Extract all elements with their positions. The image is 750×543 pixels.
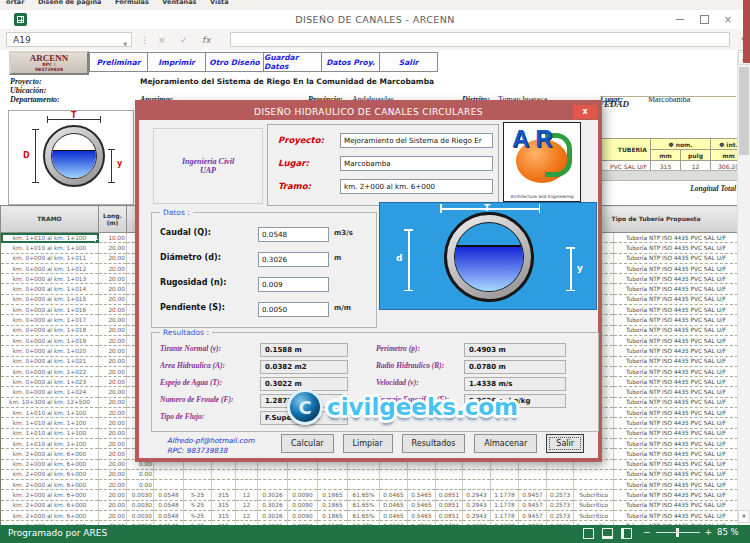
cell-tipo-tuberia[interactable]: Tubería NTP ISO 4435 PVC SAL U/F bbox=[614, 346, 739, 356]
cell-long[interactable]: 20.00 bbox=[99, 243, 127, 253]
cell-tipo-tuberia[interactable]: Tubería NTP ISO 4435 PVC SAL U/F bbox=[614, 356, 739, 366]
cell-tipo-tuberia[interactable]: Tubería NTP ISO 4435 PVC SAL U/F bbox=[614, 233, 739, 243]
cell-tipo-tuberia[interactable]: Tubería NTP ISO 4435 PVC SAL U/F bbox=[614, 418, 739, 428]
cell-value[interactable] bbox=[154, 480, 184, 490]
cell-value[interactable] bbox=[212, 480, 236, 490]
page-layout-view-icon[interactable] bbox=[602, 528, 613, 539]
cell-value[interactable]: 0.2943 bbox=[463, 511, 491, 521]
datos-input[interactable]: 0.0548 bbox=[258, 227, 329, 242]
cell-value[interactable]: 0.0090 bbox=[288, 511, 318, 521]
cell-tramo[interactable]: km. 1+010 al km. 1+100 bbox=[1, 233, 99, 243]
cell-long[interactable]: 20.00 bbox=[99, 325, 127, 335]
cell-tramo[interactable]: km. 0+000 al km. 1+024 bbox=[1, 387, 99, 397]
toolbar-button[interactable]: Preliminar bbox=[89, 52, 148, 72]
datos-input[interactable]: 0.0050 bbox=[258, 302, 329, 317]
cell-tramo[interactable]: km. 0+000 al km. 1+015 bbox=[1, 294, 99, 304]
cell-value[interactable]: 0.9457 bbox=[519, 500, 547, 510]
cell-long[interactable]: 20.00 bbox=[99, 449, 127, 459]
cell-tipo-tuberia[interactable]: Tubería NTP ISO 4435 PVC SAL U/F bbox=[614, 377, 739, 387]
cell-value[interactable]: 315 bbox=[212, 500, 236, 510]
cell-tipo-tuberia[interactable]: Tubería NTP ISO 4435 PVC SAL U/F bbox=[614, 397, 739, 407]
cell-value[interactable]: S-25 bbox=[184, 511, 212, 521]
cell-tipo-tuberia[interactable]: Tubería NTP ISO 4435 PVC SAL U/F bbox=[614, 438, 739, 448]
cell-tramo[interactable]: km. 0+000 al km. 1+023 bbox=[1, 377, 99, 387]
cell-tramo[interactable]: km. 2+000 al km. 6+000 bbox=[1, 511, 99, 521]
cell-value[interactable] bbox=[547, 480, 574, 490]
cell-tipo-tuberia[interactable]: Tubería NTP ISO 4435 PVC SAL U/F bbox=[614, 366, 739, 376]
cell-value[interactable] bbox=[408, 480, 436, 490]
cell-value[interactable]: 0.2573 bbox=[547, 500, 574, 510]
cell-value[interactable] bbox=[463, 469, 491, 479]
cell-value[interactable] bbox=[258, 480, 288, 490]
scrollbar-thumb[interactable] bbox=[739, 67, 749, 155]
cell-tipo-tuberia[interactable]: Tubería NTP ISO 4435 PVC SAL U/F bbox=[614, 449, 739, 459]
cell-long[interactable]: 20.00 bbox=[99, 253, 127, 263]
normal-view-icon[interactable] bbox=[583, 528, 594, 539]
cell-value[interactable]: 0.5465 bbox=[408, 500, 436, 510]
cell-long[interactable]: 20.00 bbox=[99, 315, 127, 325]
cell-value[interactable] bbox=[380, 480, 408, 490]
cell-value[interactable]: 0.0548 bbox=[154, 500, 184, 510]
minimize-button[interactable] bbox=[668, 10, 692, 29]
cell-long[interactable]: 20.00 bbox=[99, 500, 127, 510]
cell-tramo[interactable]: km. 2+000 al km. 6+000 bbox=[1, 459, 99, 469]
cell-value[interactable] bbox=[547, 469, 574, 479]
cell-value[interactable]: 0.0090 bbox=[288, 490, 318, 500]
cell-value[interactable]: 0.0465 bbox=[380, 490, 408, 500]
cell-tramo[interactable]: km. 1+010 al km. 1+100 bbox=[1, 438, 99, 448]
dialog-close-button[interactable]: x bbox=[573, 105, 597, 119]
cell-value[interactable]: 0.1865 bbox=[318, 500, 348, 510]
cell-value[interactable]: 61.65% bbox=[348, 500, 380, 510]
cell-value[interactable]: 12 bbox=[236, 511, 258, 521]
toolbar-button[interactable]: Imprimir bbox=[147, 52, 206, 72]
cell-value[interactable]: S-25 bbox=[184, 490, 212, 500]
cell-long[interactable]: 20.00 bbox=[99, 428, 127, 438]
cell-tramo[interactable]: km. 2+000 al km. 6+000 bbox=[1, 500, 99, 510]
cell-value[interactable]: 315 bbox=[212, 490, 236, 500]
cell-value[interactable]: 1.1778 bbox=[491, 511, 519, 521]
maximize-button[interactable] bbox=[692, 10, 716, 29]
cell-value[interactable]: 0.5465 bbox=[408, 511, 436, 521]
cell-value[interactable]: 0.0851 bbox=[436, 511, 463, 521]
cell-tramo[interactable]: km. 2+000 al km. 6+000 bbox=[1, 449, 99, 459]
cell-s[interactable]: 0.00 bbox=[127, 469, 154, 479]
toolbar-button[interactable]: Otro Diseño bbox=[205, 52, 264, 72]
cell-value[interactable] bbox=[408, 469, 436, 479]
cell-flujo[interactable] bbox=[574, 469, 614, 479]
cell-tramo[interactable]: km. 2+000 al km. 6+000 bbox=[1, 469, 99, 479]
cell-long[interactable]: 20.00 bbox=[99, 366, 127, 376]
cell-value[interactable]: 0.9457 bbox=[519, 511, 547, 521]
cell-long[interactable]: 20.00 bbox=[99, 480, 127, 490]
datos-input[interactable]: 0.3026 bbox=[258, 252, 329, 267]
page-break-view-icon[interactable] bbox=[621, 528, 632, 539]
dialog-field-input[interactable]: Marcobamba bbox=[340, 156, 493, 171]
name-box[interactable]: A19 ▼ bbox=[6, 32, 132, 47]
cell-long[interactable]: 20.00 bbox=[99, 490, 127, 500]
cell-long[interactable]: 20.00 bbox=[99, 397, 127, 407]
cell-value[interactable]: 0.3026 bbox=[258, 490, 288, 500]
cell-value[interactable] bbox=[436, 480, 463, 490]
zoom-percentage[interactable]: 85 % bbox=[717, 527, 739, 537]
cell-long[interactable]: 20.00 bbox=[99, 294, 127, 304]
cell-long[interactable]: 20.00 bbox=[99, 387, 127, 397]
cell-tipo-tuberia[interactable]: Tubería NTP ISO 4435 PVC SAL U/F bbox=[614, 243, 739, 253]
cell-value[interactable]: 0.0548 bbox=[154, 511, 184, 521]
cell-tramo[interactable]: km. 0+000 al km. 1+011 bbox=[1, 253, 99, 263]
close-window-button[interactable]: × bbox=[716, 10, 740, 29]
cell-value[interactable] bbox=[184, 469, 212, 479]
cell-long[interactable]: 10.00 bbox=[99, 233, 127, 243]
cell-value[interactable] bbox=[519, 469, 547, 479]
cell-tramo[interactable]: km. 0+000 al km. 1+022 bbox=[1, 366, 99, 376]
vertical-scrollbar[interactable]: ▲ ▼ bbox=[737, 52, 750, 523]
dialog-button-almacenar[interactable]: Almacenar bbox=[474, 434, 537, 453]
cell-long[interactable]: 20.00 bbox=[99, 305, 127, 315]
cell-tramo[interactable]: km. 2+000 al km. 6+000 bbox=[1, 480, 99, 490]
cell-tramo[interactable]: km. 0+000 al km. 1+016 bbox=[1, 305, 99, 315]
cell-flujo[interactable] bbox=[574, 480, 614, 490]
cell-tipo-tuberia[interactable]: Tubería NTP ISO 4435 PVC SAL U/F bbox=[614, 335, 739, 345]
cell-value[interactable] bbox=[491, 469, 519, 479]
cell-value[interactable] bbox=[348, 469, 380, 479]
cell-tramo[interactable]: km. 0+000 al km. 1+020 bbox=[1, 346, 99, 356]
cell-value[interactable] bbox=[318, 480, 348, 490]
cell-tramo[interactable]: km. 1+010 al km. 1+100 bbox=[1, 418, 99, 428]
